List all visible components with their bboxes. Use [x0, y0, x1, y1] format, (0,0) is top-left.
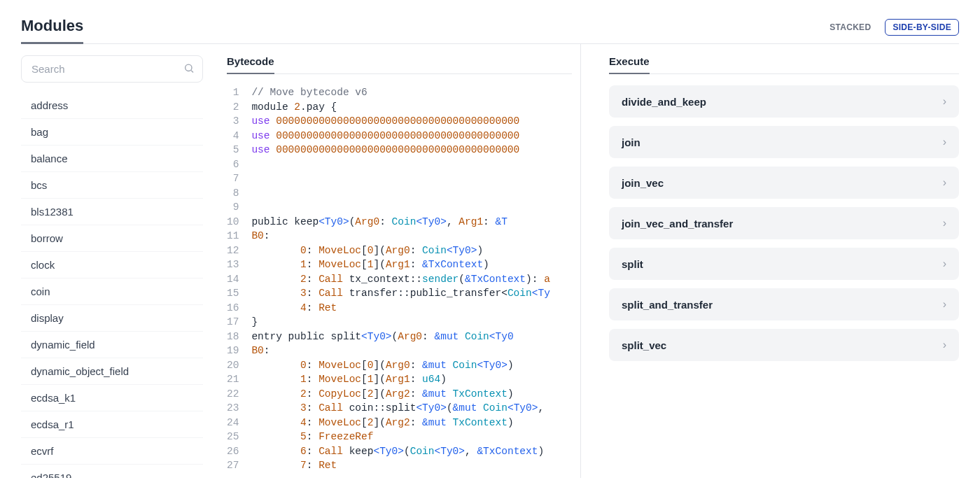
- line-number: 22: [227, 387, 239, 402]
- chevron-right-icon: ›: [943, 176, 946, 189]
- code-line: 7: Ret: [251, 458, 572, 473]
- chevron-right-icon: ›: [943, 217, 946, 230]
- code-line: 5: FreezeRef: [251, 430, 572, 444]
- line-number: 5: [227, 143, 239, 157]
- bytecode-panel: Bytecode 1234567891011121314151617181920…: [203, 44, 581, 478]
- module-item-ecdsa_k1[interactable]: ecdsa_k1: [21, 384, 203, 411]
- code-line: entry public split<Ty0>(Arg0: &mut Coin<…: [251, 330, 572, 344]
- code-line: 2: Call tx_context::sender(&TxContext): …: [251, 272, 572, 287]
- view-toggle: STACKED SIDE-BY-SIDE: [822, 19, 959, 41]
- code-gutter: 1234567891011121314151617181920212223242…: [227, 85, 251, 478]
- code-line: }: [251, 315, 572, 330]
- page-title: Modules: [21, 17, 83, 44]
- execute-panel: Execute divide_and_keep›join›join_vec›jo…: [581, 44, 959, 478]
- line-number: 27: [227, 458, 239, 473]
- code-line: module 2.pay {: [251, 100, 572, 115]
- chevron-right-icon: ›: [943, 95, 946, 108]
- execute-item-label: divide_and_keep: [622, 96, 706, 108]
- execute-item-divide_and_keep[interactable]: divide_and_keep›: [609, 85, 959, 118]
- line-number: 18: [227, 330, 239, 344]
- line-number: 16: [227, 301, 239, 316]
- module-item-ecdsa_r1[interactable]: ecdsa_r1: [21, 411, 203, 437]
- line-number: 11: [227, 229, 239, 244]
- execute-title: Execute: [609, 55, 650, 74]
- module-item-dynamic_field[interactable]: dynamic_field: [21, 331, 203, 358]
- code-line: use 000000000000000000000000000000000000…: [251, 143, 572, 157]
- module-item-bls12381[interactable]: bls12381: [21, 198, 203, 225]
- line-number: 1: [227, 85, 239, 100]
- module-item-display[interactable]: display: [21, 304, 203, 331]
- line-number: 19: [227, 344, 239, 358]
- line-number: 23: [227, 401, 239, 416]
- code-line: 3: Call transfer::public_transfer<Coin<T…: [251, 286, 572, 301]
- line-number: 14: [227, 272, 239, 287]
- execute-item-label: split_vec: [622, 339, 666, 351]
- module-item-bag[interactable]: bag: [21, 118, 203, 145]
- module-list: addressbagbalancebcsbls12381borrowclockc…: [21, 92, 203, 478]
- code-line: 1: MoveLoc[1](Arg1: u64): [251, 372, 572, 387]
- chevron-right-icon: ›: [943, 136, 946, 148]
- code-body[interactable]: // Move bytecode v6module 2.pay {use 000…: [251, 85, 572, 478]
- code-line: public keep<Ty0>(Arg0: Coin<Ty0>, Arg1: …: [251, 215, 572, 230]
- code-line: 6: Call keep<Ty0>(Coin<Ty0>, &TxContext): [251, 444, 572, 459]
- line-number: 2: [227, 100, 239, 115]
- line-number: 24: [227, 416, 239, 430]
- module-item-address[interactable]: address: [21, 92, 203, 118]
- line-number: 15: [227, 286, 239, 301]
- module-item-ecvrf[interactable]: ecvrf: [21, 437, 203, 464]
- code-line: 4: MoveLoc[2](Arg2: &mut TxContext): [251, 416, 572, 430]
- line-number: 13: [227, 257, 239, 272]
- bytecode-title: Bytecode: [227, 55, 274, 74]
- code-line: use 000000000000000000000000000000000000…: [251, 129, 572, 143]
- line-number: 10: [227, 215, 239, 230]
- view-stacked[interactable]: STACKED: [822, 20, 878, 35]
- line-number: 7: [227, 171, 239, 186]
- line-number: 12: [227, 244, 239, 258]
- line-number: 4: [227, 129, 239, 143]
- execute-item-split_vec[interactable]: split_vec›: [609, 329, 959, 361]
- module-item-dynamic_object_field[interactable]: dynamic_object_field: [21, 358, 203, 384]
- chevron-right-icon: ›: [943, 298, 946, 311]
- execute-list: divide_and_keep›join›join_vec›join_vec_a…: [609, 85, 959, 361]
- code-line: 0: MoveLoc[0](Arg0: Coin<Ty0>): [251, 244, 572, 258]
- search-wrap: [21, 55, 203, 83]
- code-line: 1: MoveLoc[1](Arg1: &TxContext): [251, 257, 572, 272]
- execute-item-join_vec[interactable]: join_vec›: [609, 167, 959, 199]
- line-number: 21: [227, 372, 239, 387]
- chevron-right-icon: ›: [943, 257, 946, 270]
- module-item-bcs[interactable]: bcs: [21, 171, 203, 198]
- code-line: B0:: [251, 229, 572, 244]
- execute-item-label: join_vec: [622, 177, 664, 189]
- module-item-borrow[interactable]: borrow: [21, 225, 203, 251]
- module-item-coin[interactable]: coin: [21, 278, 203, 304]
- execute-item-split_and_transfer[interactable]: split_and_transfer›: [609, 288, 959, 320]
- line-number: 6: [227, 157, 239, 172]
- code-line: 4: Ret: [251, 301, 572, 316]
- module-item-ed25519[interactable]: ed25519: [21, 464, 203, 478]
- execute-item-join_vec_and_transfer[interactable]: join_vec_and_transfer›: [609, 207, 959, 239]
- view-side-by-side[interactable]: SIDE-BY-SIDE: [885, 19, 959, 36]
- search-input[interactable]: [21, 55, 203, 83]
- chevron-right-icon: ›: [943, 339, 946, 351]
- execute-item-join[interactable]: join›: [609, 126, 959, 158]
- code-line: 2: CopyLoc[2](Arg2: &mut TxContext): [251, 387, 572, 402]
- line-number: 20: [227, 358, 239, 373]
- execute-item-split[interactable]: split›: [609, 248, 959, 280]
- code-line: [251, 200, 572, 215]
- code-line: 3: Call coin::split<Ty0>(&mut Coin<Ty0>,: [251, 401, 572, 416]
- line-number: 26: [227, 444, 239, 459]
- execute-item-label: split_and_transfer: [622, 299, 713, 311]
- execute-item-label: join_vec_and_transfer: [622, 218, 733, 230]
- line-number: 9: [227, 200, 239, 215]
- execute-item-label: split: [622, 258, 643, 270]
- sidebar: addressbagbalancebcsbls12381borrowclockc…: [21, 44, 203, 478]
- code-line: B0:: [251, 344, 572, 358]
- code-line: 0: MoveLoc[0](Arg0: &mut Coin<Ty0>): [251, 358, 572, 373]
- execute-item-label: join: [622, 136, 640, 148]
- line-number: 17: [227, 315, 239, 330]
- module-item-clock[interactable]: clock: [21, 251, 203, 278]
- code-area: 1234567891011121314151617181920212223242…: [227, 85, 572, 478]
- line-number: 3: [227, 114, 239, 129]
- code-line: [251, 171, 572, 186]
- module-item-balance[interactable]: balance: [21, 145, 203, 171]
